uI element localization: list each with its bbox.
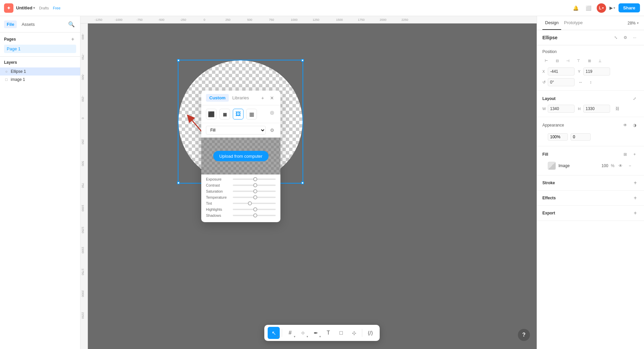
highlights-slider[interactable] xyxy=(233,209,276,210)
add-stroke-button[interactable]: + xyxy=(632,180,639,186)
tint-thumb[interactable] xyxy=(248,201,252,205)
align-center-v[interactable]: ⊞ xyxy=(585,57,593,65)
shadows-slider[interactable] xyxy=(233,215,276,216)
add-effect-button[interactable]: + xyxy=(632,195,639,201)
layer-ellipse-1[interactable]: ○ Ellipse 1 xyxy=(0,67,80,76)
y-input[interactable] xyxy=(583,67,610,76)
tint-slider[interactable] xyxy=(233,203,276,204)
canvas[interactable]: -1250 -1000 -750 -500 -250 0 250 500 750… xyxy=(80,16,537,349)
zoom-control[interactable]: 28% ▾ xyxy=(628,16,639,30)
add-page-button[interactable]: + xyxy=(69,36,76,43)
x-input[interactable] xyxy=(548,67,575,76)
eyedropper-icon[interactable]: ◎ xyxy=(268,109,276,116)
settings-icon[interactable]: ⚙ xyxy=(621,34,629,42)
add-fill-icon[interactable]: + xyxy=(631,150,639,158)
flip-h-icon[interactable]: ↔ xyxy=(577,78,585,86)
align-center-h[interactable]: ⊟ xyxy=(553,57,561,65)
ruler-horizontal: -1250 -1000 -750 -500 -250 0 250 500 750… xyxy=(80,16,537,23)
layout-header: Layout ⤢ xyxy=(542,95,639,105)
ruler-tick: -500 xyxy=(158,18,164,21)
visibility-icon[interactable]: 👁 xyxy=(621,121,629,129)
rectangle-tool[interactable]: □ xyxy=(335,327,347,339)
contrast-slider[interactable] xyxy=(233,185,276,186)
export-header: Export + xyxy=(542,210,639,216)
corner-radius-input[interactable] xyxy=(571,133,591,141)
rotation-input[interactable] xyxy=(548,78,575,86)
layout-icon[interactable]: ⬜ xyxy=(584,3,593,13)
ellipse-tool[interactable]: ○ ▾ xyxy=(297,327,309,339)
shadows-thumb[interactable] xyxy=(253,213,257,217)
exposure-slider[interactable] xyxy=(233,179,276,180)
code-tool[interactable]: ⟨/⟩ xyxy=(364,327,376,339)
opacity-input[interactable] xyxy=(548,133,568,141)
solid-fill-icon[interactable]: ⬛ xyxy=(206,109,217,119)
w-input[interactable] xyxy=(548,105,575,113)
ruler-tick: 1000 xyxy=(291,18,298,21)
saturation-thumb[interactable] xyxy=(253,189,257,193)
lock-ratio-icon[interactable]: ⛓ xyxy=(613,105,622,113)
notification-icon[interactable]: 🔔 xyxy=(571,3,581,13)
frame-tool[interactable]: # ▾ xyxy=(284,327,296,339)
libraries-tab[interactable]: Libraries xyxy=(229,94,252,102)
exposure-thumb[interactable] xyxy=(253,177,257,181)
tab-prototype[interactable]: Prototype xyxy=(561,16,585,30)
upload-button[interactable]: Upload from computer xyxy=(213,151,269,161)
close-custom-icon[interactable]: ✕ xyxy=(268,94,276,102)
add-export-button[interactable]: + xyxy=(632,210,639,216)
remove-fill-icon[interactable]: − xyxy=(627,162,633,169)
link-icon[interactable]: ⚙ xyxy=(268,127,276,134)
image-fill-icon[interactable]: 🖼 xyxy=(233,109,244,119)
saturation-slider[interactable] xyxy=(233,191,276,192)
assets-tab[interactable]: Assets xyxy=(19,20,37,28)
tab-design[interactable]: Design xyxy=(542,16,561,30)
component-tool[interactable]: ⊹ xyxy=(348,327,360,339)
figma-logo[interactable]: ✦ xyxy=(4,3,13,13)
temperature-thumb[interactable] xyxy=(253,195,257,199)
h-input[interactable] xyxy=(583,105,610,113)
w-input-group: W xyxy=(542,105,575,113)
stroke-label: Stroke xyxy=(542,181,555,185)
pattern-fill-icon[interactable]: ▦ xyxy=(246,109,257,119)
component-icon: ⊹ xyxy=(352,330,356,336)
fill-type-row: Fill ⚙ xyxy=(201,123,280,138)
align-bottom[interactable]: ⊥ xyxy=(596,57,604,65)
element-title-row: Ellipse ⤡ ⚙ ··· xyxy=(537,30,644,45)
layout-expand-icon[interactable]: ⤢ xyxy=(631,95,639,103)
fill-grid-icon[interactable]: ⊞ xyxy=(621,150,629,158)
cursor-tool[interactable]: ↖ ▾ xyxy=(268,327,280,339)
search-button[interactable]: 🔍 xyxy=(67,19,76,29)
highlights-thumb[interactable] xyxy=(253,207,257,211)
text-tool[interactable]: T xyxy=(322,327,334,339)
resize-icon[interactable]: ⤡ xyxy=(612,34,620,42)
fill-visibility-icon[interactable]: 👁 xyxy=(617,162,624,169)
align-top[interactable]: ⊤ xyxy=(575,57,583,65)
opacity-icon[interactable]: ◑ xyxy=(631,121,639,129)
gradient-fill-icon[interactable]: ◼ xyxy=(219,109,230,119)
page-1-item[interactable]: Page 1 xyxy=(4,45,76,53)
contrast-thumb[interactable] xyxy=(253,183,257,187)
pen-tool[interactable]: ✒ ▾ xyxy=(310,327,322,339)
flip-v-icon[interactable]: ↕ xyxy=(587,78,595,86)
fill-percent-sign: % xyxy=(611,163,614,168)
add-custom-icon[interactable]: + xyxy=(259,94,266,102)
custom-tab[interactable]: Custom xyxy=(206,94,229,102)
fill-color-swatch[interactable] xyxy=(548,162,556,170)
fill-section: Fill ⊞ + Image 100 % 👁 − xyxy=(537,146,644,176)
canvas-area[interactable]: 1340 × 1330 xyxy=(88,23,537,349)
avatar[interactable]: L ▾ xyxy=(597,3,606,13)
export-label: Export xyxy=(542,211,555,215)
layer-image-1[interactable]: □ image 1 xyxy=(0,76,80,84)
align-right[interactable]: ⊣ xyxy=(564,57,572,65)
file-tab[interactable]: File xyxy=(4,20,17,28)
cursor-dropdown-icon: ▾ xyxy=(277,335,279,338)
app-title[interactable]: Untitled ▾ xyxy=(16,5,35,10)
fill-type-select[interactable]: Fill xyxy=(206,126,266,135)
stroke-header: Stroke + xyxy=(542,180,639,186)
temperature-slider[interactable] xyxy=(233,197,276,198)
play-button[interactable]: ▶ ▾ xyxy=(609,5,615,10)
align-left[interactable]: ⊢ xyxy=(542,57,550,65)
share-button[interactable]: Share xyxy=(619,3,640,12)
pen-icon: ✒ xyxy=(314,330,318,336)
help-button[interactable]: ? xyxy=(518,329,530,341)
more-icon[interactable]: ··· xyxy=(631,34,639,42)
